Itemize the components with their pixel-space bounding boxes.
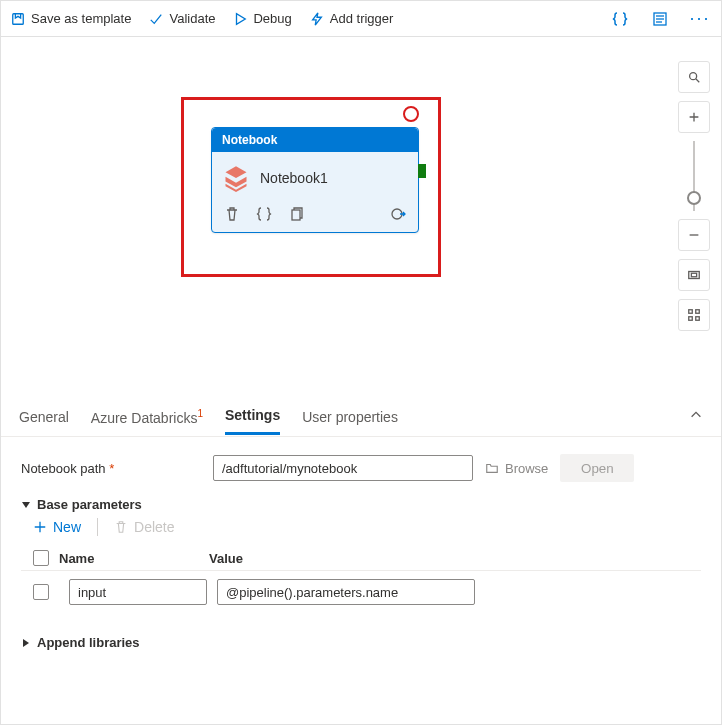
code-braces-icon[interactable] — [609, 8, 631, 30]
svg-rect-5 — [292, 210, 300, 220]
pipeline-canvas[interactable]: Notebook Notebook1 — [1, 37, 721, 397]
delete-parameter-button[interactable]: Delete — [114, 519, 174, 535]
browse-button[interactable]: Browse — [485, 461, 548, 476]
row-checkbox[interactable] — [33, 584, 49, 600]
validate-label: Validate — [169, 11, 215, 26]
append-libraries-section[interactable]: Append libraries — [21, 635, 701, 650]
collapse-panel-icon[interactable] — [689, 408, 703, 425]
tab-settings[interactable]: Settings — [225, 398, 280, 435]
base-parameters-section[interactable]: Base parameters — [21, 497, 701, 512]
svg-rect-11 — [696, 310, 700, 314]
svg-rect-9 — [691, 273, 696, 277]
search-button[interactable] — [678, 61, 710, 93]
select-all-checkbox[interactable] — [33, 550, 49, 566]
svg-rect-10 — [689, 310, 693, 314]
validate-button[interactable]: Validate — [149, 11, 215, 26]
auto-align-button[interactable] — [678, 299, 710, 331]
success-connector[interactable] — [418, 164, 426, 178]
svg-point-7 — [690, 73, 697, 80]
zoom-slider-knob[interactable] — [687, 191, 701, 205]
notebook-activity-node[interactable]: Notebook Notebook1 — [211, 127, 419, 233]
node-type-label: Notebook — [212, 128, 418, 152]
new-parameter-button[interactable]: New — [33, 519, 81, 535]
debug-label: Debug — [253, 11, 291, 26]
zoom-slider-track[interactable] — [693, 141, 695, 211]
fit-screen-button[interactable] — [678, 259, 710, 291]
zoom-rail — [677, 61, 711, 331]
svg-rect-8 — [689, 272, 700, 279]
panel-tabs: General Azure Databricks1 Settings User … — [1, 397, 721, 437]
open-button[interactable]: Open — [560, 454, 634, 482]
properties-icon[interactable] — [649, 8, 671, 30]
clone-icon[interactable] — [288, 206, 304, 222]
col-header-name: Name — [59, 551, 209, 566]
code-icon[interactable] — [256, 206, 272, 222]
zoom-in-button[interactable] — [678, 101, 710, 133]
delete-icon[interactable] — [224, 206, 240, 222]
tab-user-properties[interactable]: User properties — [302, 400, 398, 434]
zoom-out-button[interactable] — [678, 219, 710, 251]
notebook-path-label: Notebook path * — [21, 461, 201, 476]
node-title: Notebook1 — [260, 170, 328, 186]
param-value-input[interactable] — [217, 579, 475, 605]
param-name-input[interactable] — [69, 579, 207, 605]
notebook-path-input[interactable] — [213, 455, 473, 481]
save-template-label: Save as template — [31, 11, 131, 26]
svg-rect-12 — [689, 317, 693, 321]
tab-azure-databricks[interactable]: Azure Databricks1 — [91, 399, 203, 435]
svg-rect-13 — [696, 317, 700, 321]
col-header-value: Value — [209, 551, 689, 566]
more-icon[interactable]: ··· — [689, 8, 711, 30]
svg-rect-0 — [13, 13, 24, 24]
run-output-icon[interactable] — [390, 206, 406, 222]
save-template-button[interactable]: Save as template — [11, 11, 131, 26]
add-trigger-button[interactable]: Add trigger — [310, 11, 394, 26]
params-grid-header: Name Value — [21, 546, 701, 571]
databricks-icon — [222, 164, 250, 192]
properties-panel: General Azure Databricks1 Settings User … — [1, 397, 721, 724]
validation-status-icon — [403, 106, 419, 122]
param-row — [21, 571, 701, 613]
tab-general[interactable]: General — [19, 400, 69, 434]
add-trigger-label: Add trigger — [330, 11, 394, 26]
debug-button[interactable]: Debug — [233, 11, 291, 26]
top-toolbar: Save as template Validate Debug Add trig… — [1, 1, 721, 37]
